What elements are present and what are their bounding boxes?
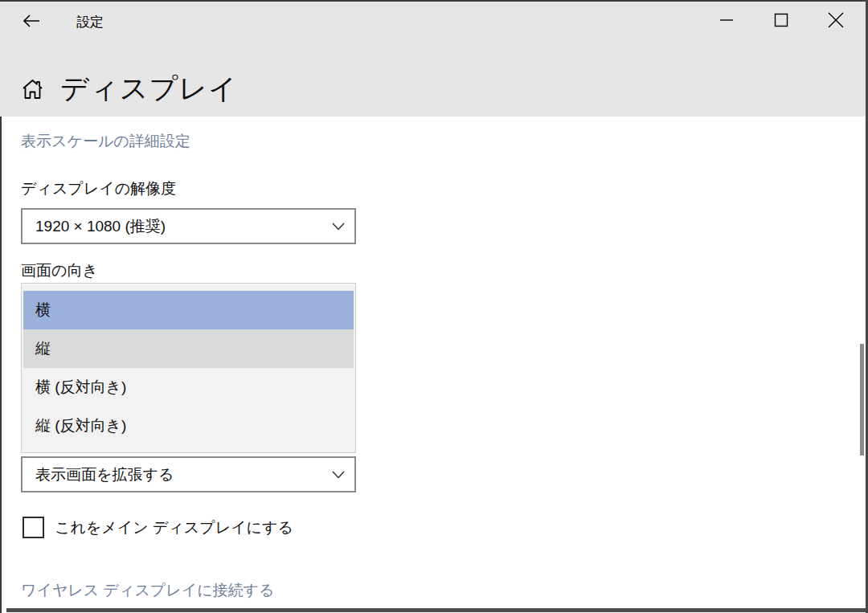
- back-button[interactable]: [18, 10, 45, 32]
- app-title: 設定: [76, 13, 104, 31]
- chevron-down-icon: [322, 470, 354, 480]
- settings-header: 設定: [0, 0, 866, 116]
- close-icon: [826, 10, 845, 30]
- window-left-border: [0, 116, 2, 613]
- chevron-down-icon: [322, 222, 354, 231]
- resolution-combobox[interactable]: 1920 × 1080 (推奨): [21, 208, 356, 244]
- main-display-checkbox-label: これをメイン ディスプレイにする: [55, 517, 293, 538]
- multi-display-value: 表示画面を拡張する: [23, 464, 322, 485]
- window-top-border: [0, 0, 868, 2]
- orientation-option-landscape-flipped[interactable]: 横 (反対向き): [23, 368, 354, 407]
- orientation-dropdown-list: 横 縦 横 (反対向き) 縦 (反対向き): [21, 283, 356, 453]
- page-title: ディスプレイ: [60, 70, 238, 108]
- advanced-scaling-link[interactable]: 表示スケールの詳細設定: [21, 131, 190, 152]
- close-button[interactable]: [809, 2, 863, 39]
- orientation-option-portrait-flipped[interactable]: 縦 (反対向き): [23, 407, 354, 445]
- maximize-icon: [772, 11, 790, 29]
- minimize-button[interactable]: [699, 2, 754, 39]
- maximize-button[interactable]: [754, 2, 809, 39]
- main-display-checkbox[interactable]: [23, 517, 44, 538]
- resolution-value: 1920 × 1080 (推奨): [23, 216, 322, 237]
- orientation-option-landscape[interactable]: 横: [23, 291, 354, 329]
- main-display-checkbox-row[interactable]: これをメイン ディスプレイにする: [23, 517, 293, 538]
- titlebar: 設定: [0, 0, 866, 40]
- cropped-content-edge: [6, 608, 866, 612]
- orientation-label: 画面の向き: [21, 260, 98, 281]
- minimize-icon: [718, 11, 735, 29]
- window-controls: [699, 2, 863, 39]
- vertical-scrollbar-thumb[interactable]: [860, 344, 864, 456]
- wireless-display-link[interactable]: ワイヤレス ディスプレイに接続する: [21, 580, 275, 601]
- orientation-option-portrait[interactable]: 縦: [23, 329, 354, 368]
- display-settings-panel: 表示スケールの詳細設定 ディスプレイの解像度 1920 × 1080 (推奨) …: [2, 116, 866, 613]
- back-arrow-icon: [22, 14, 41, 28]
- resolution-label: ディスプレイの解像度: [21, 178, 176, 199]
- home-icon: [22, 78, 43, 100]
- multi-display-combobox[interactable]: 表示画面を拡張する: [21, 456, 356, 492]
- page-heading: ディスプレイ: [0, 67, 238, 111]
